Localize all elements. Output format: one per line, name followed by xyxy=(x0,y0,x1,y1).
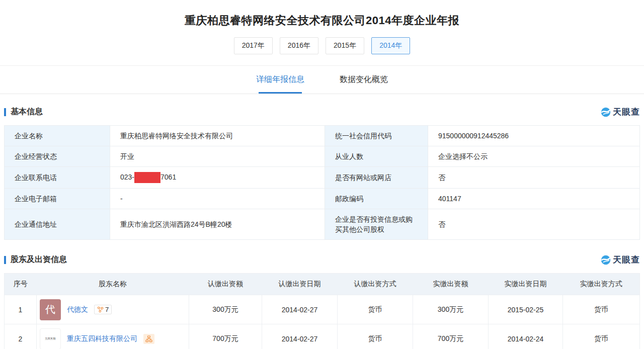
field-label: 企业经营状态 xyxy=(5,146,110,167)
shareholder-cell: 代 代德文 7 xyxy=(37,299,189,320)
shareholders-title-text: 股东及出资信息 xyxy=(11,254,67,265)
phone-redaction-block xyxy=(134,172,160,183)
field-label: 企业是否有投资信息或购买其他公司股权 xyxy=(325,209,428,240)
field-label: 企业通信地址 xyxy=(5,209,110,240)
staff-count-value: 企业选择不公示 xyxy=(428,146,640,167)
row-index: 1 xyxy=(5,295,37,324)
subscribed-date: 2014-02-27 xyxy=(262,295,338,324)
phone-value: 023-7061 xyxy=(110,167,325,189)
paid-amount: 300万元 xyxy=(413,295,489,324)
col-header-subscribed-amount: 认缴出资额 xyxy=(189,274,262,295)
shareholder-name-link[interactable]: 代德文 xyxy=(67,305,88,314)
company-logo-text: 五四互联 xyxy=(45,337,56,341)
subscribed-amount: 700万元 xyxy=(189,324,262,349)
shareholder-cell: 五四互联 重庆五四科技有限公司 xyxy=(37,328,189,349)
table-row: 企业联系电话 023-7061 是否有网站或网店 否 xyxy=(5,167,640,189)
subscribed-method: 货币 xyxy=(338,324,413,349)
field-label: 企业电子邮箱 xyxy=(5,189,110,209)
field-label: 从业人数 xyxy=(325,146,428,167)
col-header-subscribed-date: 认缴出资日期 xyxy=(262,274,338,295)
year-tabs: 2017年 2016年 2015年 2014年 xyxy=(0,37,644,54)
has-website-value: 否 xyxy=(428,167,640,189)
content-area: 基本信息 天眼查 企业名称 重庆柏思睿特网络安全技术有限公司 统一社会信用代码 … xyxy=(0,106,644,349)
basic-info-title: 基本信息 xyxy=(4,107,43,117)
avatar: 代 xyxy=(40,299,61,320)
relation-count: 7 xyxy=(105,306,109,313)
tianyancha-eye-icon xyxy=(601,107,611,117)
col-header-name: 股东名称 xyxy=(37,274,189,295)
postcode-value: 401147 xyxy=(428,189,640,209)
field-label: 邮政编码 xyxy=(325,189,428,209)
paid-method: 货币 xyxy=(563,295,640,324)
shareholder-row: 1 代 代德文 7 xyxy=(5,295,640,324)
tianyancha-logo: 天眼查 xyxy=(601,106,640,118)
table-row: 企业名称 重庆柏思睿特网络安全技术有限公司 统一社会信用代码 915000000… xyxy=(5,126,640,146)
shareholder-name-link[interactable]: 重庆五四科技有限公司 xyxy=(67,334,137,343)
year-button-2014-active[interactable]: 2014年 xyxy=(371,37,410,54)
table-header-row: 序号 股东名称 认缴出资额 认缴出资日期 认缴出资方式 实缴出资额 实缴出资日期… xyxy=(5,274,640,295)
table-row: 企业经营状态 开业 从业人数 企业选择不公示 xyxy=(5,146,640,167)
basic-info-title-text: 基本信息 xyxy=(11,107,43,117)
credit-code-value: 915000000912445286 xyxy=(428,126,640,146)
tianyancha-logo-text: 天眼查 xyxy=(613,254,640,266)
subscribed-date: 2014-02-27 xyxy=(262,324,338,349)
row-index: 2 xyxy=(5,324,37,349)
email-value: - xyxy=(110,189,325,209)
table-row: 企业通信地址 重庆市渝北区洪湖西路24号B幢20楼 企业是否有投资信息或购买其他… xyxy=(5,209,640,240)
basic-info-section-header: 基本信息 天眼查 xyxy=(4,106,640,118)
relation-graph-icon xyxy=(97,306,104,313)
col-header-paid-amount: 实缴出资额 xyxy=(413,274,489,295)
year-button-2016[interactable]: 2016年 xyxy=(280,37,318,54)
tianyancha-logo: 天眼查 xyxy=(601,254,640,266)
company-name-value: 重庆柏思睿特网络安全技术有限公司 xyxy=(110,126,325,146)
phone-prefix: 023- xyxy=(120,173,134,181)
tianyancha-logo-text: 天眼查 xyxy=(613,106,640,118)
section-bar xyxy=(4,108,6,116)
shareholder-row: 2 五四互联 重庆五四科技有限公司 xyxy=(5,324,640,349)
tab-detailed-annual-report[interactable]: 详细年报信息 xyxy=(256,66,304,94)
org-chart-icon xyxy=(145,335,152,342)
year-button-2015[interactable]: 2015年 xyxy=(326,37,364,54)
field-label: 统一社会信用代码 xyxy=(325,126,428,146)
phone-suffix: 7061 xyxy=(160,173,176,181)
tianyancha-eye-icon xyxy=(601,255,611,265)
paid-date: 2015-02-25 xyxy=(489,295,563,324)
col-header-paid-date: 实缴出资日期 xyxy=(489,274,563,295)
col-header-paid-method: 实缴出资方式 xyxy=(563,274,640,295)
section-bar xyxy=(4,256,6,264)
relation-count-badge[interactable]: 7 xyxy=(94,305,112,314)
table-row: 企业电子邮箱 - 邮政编码 401147 xyxy=(5,189,640,209)
shareholders-table: 序号 股东名称 认缴出资额 认缴出资日期 认缴出资方式 实缴出资额 实缴出资日期… xyxy=(4,273,640,349)
col-header-subscribed-method: 认缴出资方式 xyxy=(338,274,413,295)
paid-method: 货币 xyxy=(563,324,640,349)
shareholders-title: 股东及出资信息 xyxy=(4,254,67,265)
field-label: 企业联系电话 xyxy=(5,167,110,189)
year-button-2017[interactable]: 2017年 xyxy=(234,37,273,54)
paid-amount: 700万元 xyxy=(413,324,489,349)
business-status-value: 开业 xyxy=(110,146,325,167)
subscribed-amount: 300万元 xyxy=(189,295,262,324)
basic-info-table: 企业名称 重庆柏思睿特网络安全技术有限公司 统一社会信用代码 915000000… xyxy=(4,125,640,240)
shareholders-section-header: 股东及出资信息 天眼查 xyxy=(4,254,640,266)
subscribed-method: 货币 xyxy=(338,295,413,324)
tab-data-change-overview[interactable]: 数据变化概览 xyxy=(340,66,388,94)
page-title: 重庆柏思睿特网络安全技术有限公司2014年度企业年报 xyxy=(0,0,644,28)
field-label: 是否有网站或网店 xyxy=(325,167,428,189)
org-structure-badge[interactable] xyxy=(143,334,154,344)
company-logo: 五四互联 xyxy=(40,328,61,349)
has-investment-value: 否 xyxy=(428,209,640,240)
field-label: 企业名称 xyxy=(5,126,110,146)
report-tabbar: 详细年报信息 数据变化概览 xyxy=(0,66,644,94)
col-header-index: 序号 xyxy=(5,274,37,295)
paid-date: 2014-02-24 xyxy=(489,324,563,349)
address-value: 重庆市渝北区洪湖西路24号B幢20楼 xyxy=(110,209,325,240)
